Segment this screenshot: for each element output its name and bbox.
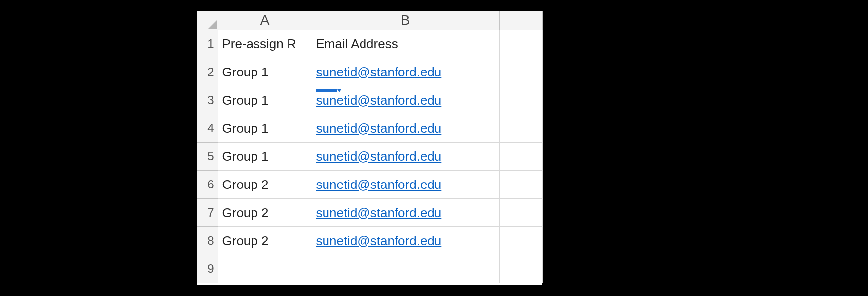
row-header-5[interactable]: 5: [197, 143, 218, 171]
cell-text: Group 1: [222, 65, 269, 79]
cell-text: Group 2: [222, 233, 269, 248]
cell-A5[interactable]: Group 1: [218, 143, 312, 171]
table-row: 7 Group 2 sunetid@stanford.edu: [197, 199, 542, 227]
spreadsheet-viewport: A B 1 Pre-assign R Email Address 2 Group…: [197, 11, 542, 285]
cell-text: Email Address: [316, 37, 398, 51]
column-header-B[interactable]: B: [312, 11, 499, 30]
table-row: 6 Group 2 sunetid@stanford.edu: [197, 171, 542, 199]
cell-text: Group 1: [222, 149, 269, 164]
cell-A1[interactable]: Pre-assign R: [218, 30, 312, 58]
cell-B8[interactable]: sunetid@stanford.edu: [312, 227, 499, 255]
table-row: 2 Group 1 sunetid@stanford.edu: [197, 58, 542, 86]
email-link[interactable]: sunetid@stanford.edu: [316, 205, 442, 220]
email-link[interactable]: sunetid@stanford.edu: [316, 149, 442, 164]
cell-text: Group 2: [222, 177, 269, 192]
table-row: 8 Group 2 sunetid@stanford.edu: [197, 227, 542, 255]
cell-text: Pre-assign R: [222, 37, 308, 52]
row-header-3[interactable]: 3: [197, 86, 218, 114]
cell-text: Group 2: [222, 205, 269, 220]
cell-text: Group 1: [222, 121, 269, 136]
email-link[interactable]: sunetid@stanford.edu: [316, 177, 442, 192]
cell-A9[interactable]: [218, 255, 312, 283]
cell-B3[interactable]: sunetid@stanford.edu: [312, 86, 499, 114]
cell-B5[interactable]: sunetid@stanford.edu: [312, 143, 499, 171]
cell-A3[interactable]: Group 1: [218, 86, 312, 114]
table-row: 4 Group 1 sunetid@stanford.edu: [197, 114, 542, 143]
spreadsheet-grid[interactable]: A B 1 Pre-assign R Email Address 2 Group…: [197, 11, 543, 283]
cell-A2[interactable]: Group 1: [218, 58, 312, 86]
select-all-corner[interactable]: [197, 11, 218, 30]
cell-A6[interactable]: Group 2: [218, 171, 312, 199]
cell-text: Group 1: [222, 93, 269, 108]
cell-C6[interactable]: [499, 171, 542, 199]
cell-B4[interactable]: sunetid@stanford.edu: [312, 114, 499, 143]
cell-A7[interactable]: Group 2: [218, 199, 312, 227]
email-link[interactable]: sunetid@stanford.edu: [316, 233, 442, 248]
email-link[interactable]: sunetid@stanford.edu: [316, 65, 442, 79]
table-row: 1 Pre-assign R Email Address: [197, 30, 542, 58]
row-header-4[interactable]: 4: [197, 114, 218, 143]
table-row: 9: [197, 255, 542, 283]
table-row: 3 Group 1 sunetid@stanford.edu: [197, 86, 542, 114]
cell-C1[interactable]: [499, 30, 542, 58]
cell-B1[interactable]: Email Address: [312, 30, 499, 58]
row-header-1[interactable]: 1: [197, 30, 218, 58]
cell-C4[interactable]: [499, 114, 542, 143]
cell-B2[interactable]: sunetid@stanford.edu: [312, 58, 499, 86]
paste-options-indicator[interactable]: [316, 89, 337, 92]
cell-B6[interactable]: sunetid@stanford.edu: [312, 171, 499, 199]
table-row: 5 Group 1 sunetid@stanford.edu: [197, 143, 542, 171]
cell-C3[interactable]: [499, 86, 542, 114]
column-header-A[interactable]: A: [218, 11, 312, 30]
row-header-7[interactable]: 7: [197, 199, 218, 227]
email-link[interactable]: sunetid@stanford.edu: [316, 121, 442, 136]
email-link[interactable]: sunetid@stanford.edu: [316, 93, 442, 108]
cell-C2[interactable]: [499, 58, 542, 86]
cell-C8[interactable]: [499, 227, 542, 255]
cell-C5[interactable]: [499, 143, 542, 171]
row-header-8[interactable]: 8: [197, 227, 218, 255]
cell-A8[interactable]: Group 2: [218, 227, 312, 255]
row-header-2[interactable]: 2: [197, 58, 218, 86]
row-header-9[interactable]: 9: [197, 255, 218, 283]
cell-C7[interactable]: [499, 199, 542, 227]
cell-A4[interactable]: Group 1: [218, 114, 312, 143]
column-header-C[interactable]: [499, 11, 542, 30]
cell-B7[interactable]: sunetid@stanford.edu: [312, 199, 499, 227]
cell-B9[interactable]: [312, 255, 499, 283]
chevron-down-icon[interactable]: [337, 89, 341, 92]
cell-C9[interactable]: [499, 255, 542, 283]
row-header-6[interactable]: 6: [197, 171, 218, 199]
